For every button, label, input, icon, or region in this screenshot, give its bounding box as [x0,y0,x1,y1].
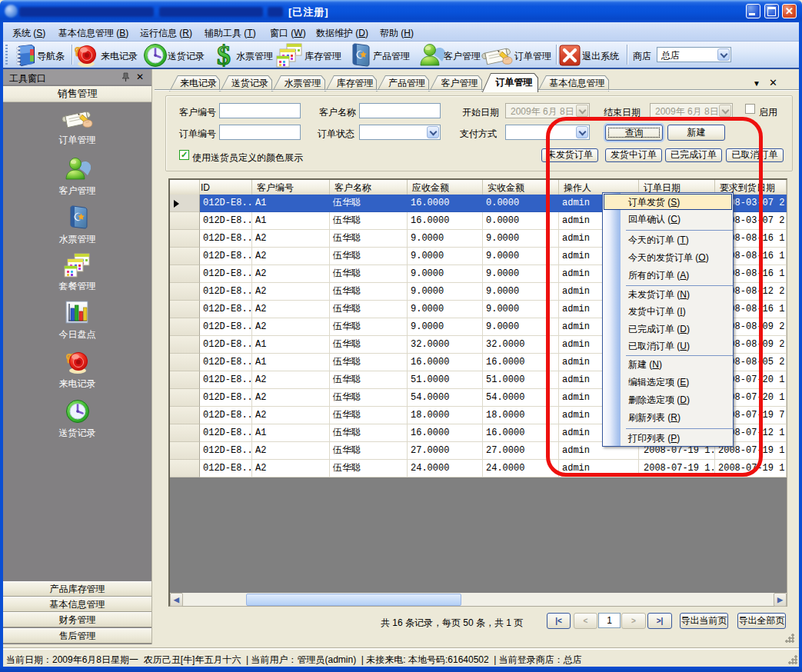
svg-text:$: $ [217,42,231,68]
